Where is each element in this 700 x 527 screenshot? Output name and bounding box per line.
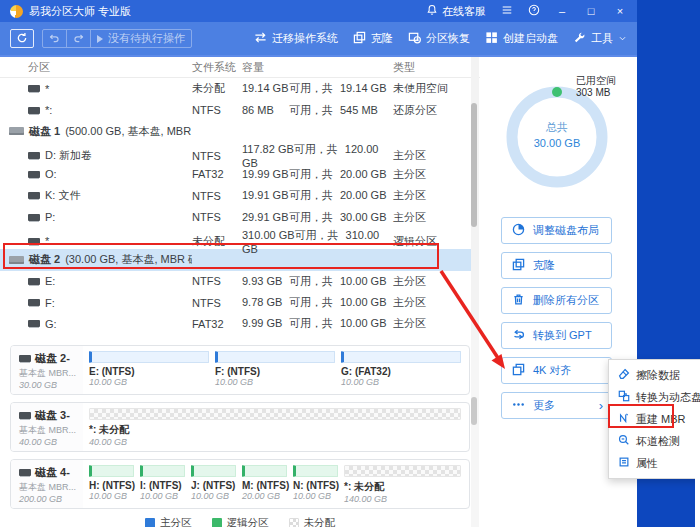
type-cell: 主分区: [393, 188, 471, 203]
legend-swatch-logical: [212, 518, 222, 527]
partition-label: *: 未分配: [89, 423, 461, 437]
disk-map-partition[interactable]: F: (NTFS)10.00 GB: [215, 351, 335, 390]
action-button-more[interactable]: 更多›: [501, 392, 612, 419]
undo-icon: [49, 30, 60, 48]
action-button-label: 删除所有分区: [533, 293, 599, 308]
column-header-2[interactable]: 容量: [242, 60, 393, 75]
partition-table: 分区文件系统容量类型 *未分配19.14 GB可用，共19.14 GB未使用空间…: [0, 57, 480, 340]
refresh-icon: [16, 30, 28, 48]
action-button-4k-align[interactable]: 4K 对齐: [501, 357, 612, 384]
more-submenu: 擦除数据转换为动态盘重建 MBR坏道检测属性: [608, 359, 700, 479]
partition-row[interactable]: *未分配310.00 GB可用，共310.00 GB逻辑分区: [0, 228, 471, 249]
table-scrollbar-thumb[interactable]: [471, 103, 477, 227]
legend-label: 未分配: [304, 516, 336, 527]
partition-icon: [28, 238, 40, 245]
submenu-item-bad-sector[interactable]: 坏道检测: [609, 430, 700, 452]
partition-row[interactable]: P:NTFS29.91 GB可用，共30.00 GB主分区: [0, 206, 471, 227]
diskmap-scrollbar[interactable]: [471, 340, 479, 527]
disk-map-partition[interactable]: *: 未分配140.00 GB: [344, 465, 461, 504]
disk-map-row[interactable]: 磁盘 4-基本盘 MBR...200.00 GBH: (NTFS)10.00 G…: [10, 459, 470, 509]
submenu-item-properties[interactable]: 属性: [609, 452, 700, 474]
disk-map-partition[interactable]: J: (NTFS)10.00 GB: [191, 465, 236, 504]
capacity-cell: 19.14 GB可用，共19.14 GB: [242, 81, 393, 96]
filesystem-cell: NTFS: [192, 297, 242, 309]
execute-operations-button[interactable]: 没有待执行操作: [91, 30, 191, 47]
close-button[interactable]: ×: [613, 0, 627, 22]
column-header-0[interactable]: 分区: [0, 60, 192, 75]
help-button[interactable]: [528, 4, 540, 18]
disk-row[interactable]: 磁盘 1(500.00 GB, 基本盘, MBR 磁盘): [0, 121, 471, 142]
partition-size: 10.00 GB: [191, 491, 236, 501]
toolbar-action-clone[interactable]: 克隆: [353, 31, 393, 46]
toolbar-action-label: 迁移操作系统: [272, 31, 338, 46]
disk-map-partition[interactable]: G: (FAT32)10.00 GB: [341, 351, 461, 390]
disk-map-bus: 基本盘 MBR...: [19, 424, 79, 437]
pending-operations-group: 没有待执行操作: [42, 29, 192, 48]
capacity-cell: 310.00 GB可用，共310.00 GB: [242, 228, 393, 255]
minimize-button[interactable]: –: [555, 0, 569, 22]
online-service-label: 在线客服: [442, 4, 486, 19]
row-name: G:: [45, 318, 57, 330]
disk-row[interactable]: 磁盘 2(30.00 GB, 基本盘, MBR 磁盘): [0, 249, 471, 270]
redo-button[interactable]: [67, 30, 91, 47]
capacity-cell: 9.93 GB可用，共10.00 GB: [242, 274, 393, 289]
column-header-1[interactable]: 文件系统: [192, 60, 242, 75]
chevron-down-icon: [618, 33, 627, 45]
type-cell: 逻辑分区: [393, 234, 471, 249]
adjust-layout-icon: [512, 223, 525, 238]
legend-swatch-primary: [145, 518, 155, 527]
table-scrollbar[interactable]: [471, 57, 479, 340]
partition-row[interactable]: D: 新加卷NTFS117.82 GB可用，共120.00 GB主分区: [0, 142, 471, 163]
type-cell: 主分区: [393, 295, 471, 310]
used-space-label: 已用空间 303 MB: [576, 75, 616, 99]
partition-row[interactable]: F:NTFS9.78 GB可用，共10.00 GB主分区: [0, 292, 471, 313]
disk-map-name: 磁盘 4-: [35, 465, 70, 480]
menu-button[interactable]: [501, 4, 513, 18]
disk-map-row[interactable]: 磁盘 3-基本盘 MBR...40.00 GB*: 未分配40.00 GB: [10, 402, 470, 452]
toolbar-action-migrate-os[interactable]: 迁移操作系统: [254, 31, 338, 46]
partition-label: *: 未分配: [344, 480, 461, 494]
partition-row[interactable]: E:NTFS9.93 GB可用，共10.00 GB主分区: [0, 271, 471, 292]
legend-label: 主分区: [160, 516, 192, 527]
refresh-button[interactable]: [10, 29, 34, 48]
disk-map-partition[interactable]: N: (NTFS)10.00 GB: [293, 465, 338, 504]
partition-row[interactable]: G:FAT329.99 GB可用，共10.00 GB主分区: [0, 313, 471, 334]
submenu-item-erase-data[interactable]: 擦除数据: [609, 364, 700, 386]
action-button-label: 4K 对齐: [533, 363, 572, 378]
toolbar-action-partition-recovery[interactable]: 分区恢复: [408, 31, 470, 46]
maximize-button[interactable]: □: [584, 0, 598, 22]
partition-size: 10.00 GB: [140, 491, 185, 501]
row-name: P:: [45, 211, 55, 223]
disk-map-size: 30.00 GB: [19, 380, 79, 390]
action-button-convert-gpt[interactable]: 转换到 GPT: [501, 322, 612, 349]
diskmap-scrollbar-thumb[interactable]: [471, 397, 477, 425]
action-button-adjust-layout[interactable]: 调整磁盘布局: [501, 217, 612, 244]
disk-map-row[interactable]: 磁盘 2-基本盘 MBR...30.00 GBE: (NTFS)10.00 GB…: [10, 345, 470, 395]
partition-row[interactable]: *:NTFS86 MB可用，共545 MB还原分区: [0, 99, 471, 120]
partition-icon: [28, 299, 40, 306]
submenu-item-convert-dynamic[interactable]: 转换为动态盘: [609, 386, 700, 408]
action-button-delete-partitions[interactable]: 删除所有分区: [501, 287, 612, 314]
online-service-button[interactable]: 在线客服: [426, 4, 486, 19]
disk-map-partition[interactable]: E: (NTFS)10.00 GB: [89, 351, 209, 390]
partition-icon: [28, 192, 40, 199]
capacity-cell: 9.78 GB可用，共10.00 GB: [242, 295, 393, 310]
submenu-item-rebuild-mbr[interactable]: 重建 MBR: [609, 408, 700, 430]
filesystem-cell: FAT32: [192, 318, 242, 330]
partition-row[interactable]: K: 文件NTFS19.91 GB可用，共20.00 GB主分区: [0, 185, 471, 206]
type-cell: 主分区: [393, 274, 471, 289]
column-header-3[interactable]: 类型: [393, 60, 480, 75]
disk-map-partition[interactable]: M: (NTFS)20.00 GB: [242, 465, 287, 504]
action-button-clone[interactable]: 克隆: [501, 252, 612, 279]
toolbar-action-tools[interactable]: 工具: [573, 31, 627, 46]
toolbar-action-bootable-disk[interactable]: 创建启动盘: [485, 31, 558, 46]
toolbar-action-label: 分区恢复: [426, 31, 470, 46]
partition-row[interactable]: *未分配19.14 GB可用，共19.14 GB未使用空间: [0, 78, 471, 99]
undo-button[interactable]: [43, 30, 67, 47]
disk-map-partition[interactable]: I: (NTFS)10.00 GB: [140, 465, 185, 504]
disk-map-partition[interactable]: *: 未分配40.00 GB: [89, 408, 461, 447]
submenu-item-label: 转换为动态盘: [636, 390, 700, 405]
partition-row[interactable]: O:FAT3219.99 GB可用，共20.00 GB主分区: [0, 164, 471, 185]
partition-size: 20.00 GB: [242, 491, 287, 501]
disk-map-partition[interactable]: H: (NTFS)10.00 GB: [89, 465, 134, 504]
